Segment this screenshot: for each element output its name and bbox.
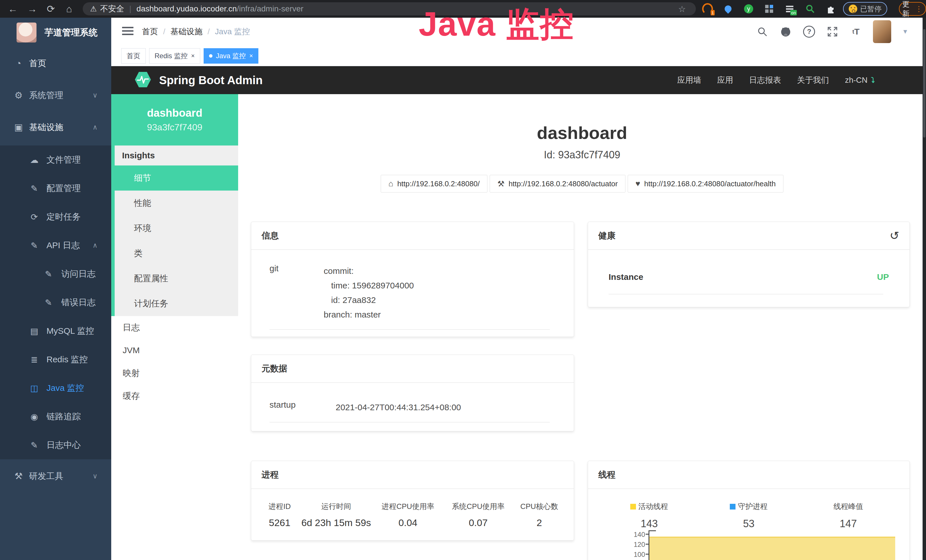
sidebar-item-mysql[interactable]: ▤MySQL 监控 (0, 317, 111, 345)
health-url-button[interactable]: ♥ http://192.168.0.2:48080/actuator/heal… (628, 175, 784, 192)
sidebar-item-infra[interactable]: ▣基础设施 ∧ (0, 111, 111, 143)
extension-colorzilla-icon[interactable]: 1 (702, 3, 713, 14)
profile-emoji-icon (849, 5, 857, 13)
startup-label: startup (269, 400, 336, 415)
search-icon[interactable] (756, 26, 769, 38)
menu-item-details[interactable]: 细节 (115, 165, 238, 191)
daemon-threads-value: 53 (699, 518, 799, 530)
extension-onetab-icon[interactable]: on (784, 3, 795, 14)
breadcrumb-home[interactable]: 首页 (142, 26, 158, 37)
security-label: 不安全 (100, 3, 124, 14)
monitor-icon: ▣ (13, 122, 24, 133)
git-row: git commit: time: 1596289704000 id: 27aa… (269, 263, 555, 322)
kebab-menu-icon: ⋮ (915, 5, 923, 14)
sidebar-item-java[interactable]: ◫Java 监控 (0, 374, 111, 402)
language-selector[interactable]: zh-CN ⤵ (845, 76, 875, 85)
fullscreen-icon[interactable] (826, 26, 839, 38)
sba-nav-journal[interactable]: 日志报表 (749, 75, 781, 86)
breadcrumb: 首页 / 基础设施 / Java 监控 (142, 18, 250, 45)
github-icon[interactable] (779, 26, 792, 38)
app-logo-row[interactable]: 芋道管理系统 (0, 18, 111, 47)
sba-nav-about[interactable]: 关于我们 (797, 75, 829, 86)
page-title: dashboard (238, 123, 926, 143)
pid-value: 5261 (260, 517, 300, 528)
layers-icon: ≣ (29, 354, 40, 365)
extension-pin-icon[interactable] (723, 3, 734, 14)
insights-group: Insights 细节 性能 环境 类 配置属性 计划任务 (111, 145, 238, 316)
extension-grid-icon[interactable] (764, 3, 775, 14)
process-card-title: 进程 (262, 469, 278, 481)
sidebar-item-accesslog[interactable]: ✎访问日志 (0, 260, 111, 288)
scrollbar-thumb[interactable] (923, 29, 925, 138)
tab-home[interactable]: 首页 (121, 48, 146, 64)
sba-nav-wall[interactable]: 应用墙 (677, 75, 701, 86)
sidebar-item-file[interactable]: ☁文件管理 (0, 145, 111, 174)
sidebar-item-job[interactable]: ⟳定时任务 (0, 203, 111, 231)
reload-icon[interactable]: ⟳ (47, 0, 55, 18)
sidebar-item-errorlog[interactable]: ✎错误日志 (0, 288, 111, 317)
timer-icon: ⟳ (29, 212, 40, 222)
sidebar-item-redis[interactable]: ≣Redis 监控 (0, 345, 111, 374)
threads-values: 143 53 147 (588, 518, 909, 530)
toolbox-icon: ⚒ (13, 471, 24, 481)
process-values: 5261 6d 23h 15m 59s 0.04 0.07 2 (251, 517, 574, 528)
menu-item-configprops[interactable]: 配置属性 (115, 266, 238, 291)
chevron-down-icon: ∨ (92, 91, 98, 99)
profile-paused-chip[interactable]: 已暂停 (843, 2, 887, 16)
update-label: 更新 (902, 0, 913, 18)
app-title: 芋道管理系统 (44, 27, 98, 38)
sidebar-item-system[interactable]: ⚙系统管理 ∨ (0, 79, 111, 111)
extension-search-leaf-icon[interactable] (805, 3, 816, 14)
address-bar[interactable]: ⚠ 不安全 | dashboard.yudao.iocoder.cn/infra… (83, 2, 696, 15)
home-icon[interactable]: ⌂ (66, 0, 72, 18)
home-icon: ⌂ (389, 179, 393, 188)
menu-item-environment[interactable]: 环境 (115, 216, 238, 241)
close-icon[interactable]: × (191, 52, 195, 60)
startup-value: 2021-04-27T00:44:31.254+08:00 (336, 400, 461, 415)
menu-item-mappings[interactable]: 映射 (111, 362, 238, 384)
cpu-cores-value: 2 (513, 517, 565, 528)
menu-item-jvm[interactable]: JVM (111, 339, 238, 362)
forward-icon[interactable]: → (27, 0, 37, 18)
health-card: 健康 ↺ Instance UP (588, 222, 910, 307)
instance-name: dashboard (147, 107, 202, 119)
chevron-down-icon[interactable]: ▼ (902, 28, 908, 35)
process-cpu-value: 0.04 (373, 517, 443, 528)
close-icon[interactable]: × (249, 52, 253, 60)
service-url-button[interactable]: ⌂ http://192.168.0.2:48080/ (381, 175, 487, 192)
back-icon[interactable]: ← (8, 0, 18, 18)
tab-java[interactable]: Java 监控× (204, 48, 259, 64)
history-icon[interactable]: ↺ (890, 230, 899, 241)
actuator-url-button[interactable]: ⚒ http://192.168.0.2:48080/actuator (490, 175, 625, 192)
menu-item-caches[interactable]: 缓存 (111, 384, 238, 407)
sba-nav-applications[interactable]: 应用 (717, 75, 733, 86)
sidebar-item-apilog[interactable]: ✎API 日志∧ (0, 231, 111, 260)
bookmark-star-icon[interactable]: ☆ (678, 0, 686, 18)
url-path: /infra/admin-server (237, 4, 303, 14)
extension-y-icon[interactable]: y (743, 3, 754, 14)
menu-item-scheduledtasks[interactable]: 计划任务 (115, 291, 238, 316)
instance-id-line: Id: 93a3fc7f7409 (238, 149, 926, 161)
breadcrumb-infra[interactable]: 基础设施 (171, 26, 203, 37)
chevron-up-icon: ∧ (92, 241, 98, 249)
help-icon[interactable]: ? (803, 26, 816, 38)
sba-instance-sidebar: dashboard 93a3fc7f7409 Insights 细节 性能 环境… (111, 94, 238, 560)
menu-item-metrics[interactable]: 性能 (115, 191, 238, 216)
instance-health-row[interactable]: Instance UP (608, 260, 889, 294)
font-size-icon[interactable]: tT (850, 26, 862, 38)
sidebar-item-trace[interactable]: ◉链路追踪 (0, 402, 111, 431)
sidebar-collapse-icon[interactable] (122, 27, 133, 36)
avatar[interactable] (873, 20, 891, 43)
sidebar-item-logcenter[interactable]: ✎日志中心 (0, 431, 111, 459)
tab-redis[interactable]: Redis 监控× (149, 48, 200, 64)
process-column-headers: 进程ID 运行时间 进程CPU使用率 系统CPU使用率 CPU核心数 (251, 501, 574, 512)
menu-item-logs[interactable]: 日志 (111, 316, 238, 339)
instance-header[interactable]: dashboard 93a3fc7f7409 (111, 94, 238, 145)
page-scrollbar[interactable] (923, 18, 926, 560)
chrome-update-button[interactable]: 更新 ⋮ (899, 2, 926, 16)
extensions-puzzle-icon[interactable] (825, 3, 836, 14)
sidebar-item-devtools[interactable]: ⚒研发工具 ∨ (0, 460, 111, 492)
sidebar-item-home[interactable]: ◔首页 (0, 47, 111, 79)
menu-item-classes[interactable]: 类 (115, 241, 238, 266)
sidebar-item-config[interactable]: ✎配置管理 (0, 174, 111, 203)
